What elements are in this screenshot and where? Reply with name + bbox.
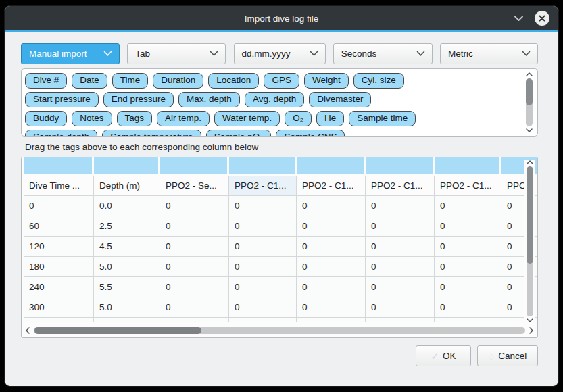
scrollbar-thumb[interactable]	[527, 166, 533, 264]
tag-buddy[interactable]: Buddy	[25, 111, 67, 126]
combo-value: Metric	[448, 49, 473, 59]
duration-format-select[interactable]: Seconds	[333, 43, 433, 64]
scrollbar-track[interactable]	[526, 78, 533, 126]
column-header-1[interactable]: Depth (m)	[94, 176, 160, 196]
table-cell: 0	[366, 237, 435, 257]
drop-target-cell[interactable]	[24, 157, 94, 176]
table-cell	[24, 318, 94, 322]
table-cell: 0	[229, 257, 297, 277]
table-cell: 0	[160, 237, 229, 257]
table-cell: 0	[229, 297, 297, 318]
column-header-3[interactable]: PPO2 - C1...	[229, 176, 297, 196]
tag-avg-depth[interactable]: Avg. depth	[245, 92, 304, 107]
tag-drag-area: Dive #DateTimeDurationLocationGPSWeightC…	[21, 68, 538, 137]
tag-o[interactable]: O₂	[285, 111, 312, 126]
dialog-content: Manual importTabdd.mm.yyyySecondsMetric …	[5, 32, 558, 386]
table-cell: 0	[435, 237, 501, 257]
drop-target-row	[22, 157, 537, 176]
cancel-button[interactable]: ◌Cancel	[477, 345, 538, 366]
tag-end-pressure[interactable]: End pressure	[103, 92, 174, 107]
tag-sample-temperature[interactable]: Sample temperature	[102, 130, 201, 137]
tag-date[interactable]: Date	[72, 73, 107, 89]
tag-location[interactable]: Location	[208, 73, 259, 89]
column-header-6[interactable]: PPO2 - C1...	[435, 176, 501, 196]
table-cell: 5.0	[94, 257, 160, 277]
table-cell: 0	[435, 196, 501, 216]
column-header-4[interactable]: PPO2 - C1...	[297, 176, 366, 196]
tag-he[interactable]: He	[316, 111, 344, 126]
column-header-0[interactable]: Dive Time ...	[24, 176, 94, 196]
tag-max-depth[interactable]: Max. depth	[178, 92, 240, 107]
drop-target-cell[interactable]	[435, 157, 501, 176]
scrollbar-track[interactable]	[527, 166, 533, 316]
drop-target-cell[interactable]	[160, 157, 229, 176]
tag-weight[interactable]: Weight	[304, 73, 349, 89]
tag-start-pressure[interactable]: Start pressure	[25, 92, 99, 107]
tag-air-temp[interactable]: Air temp.	[157, 111, 210, 126]
cancel-icon: ◌	[489, 351, 494, 362]
tag-time[interactable]: Time	[112, 73, 149, 89]
scrollbar-thumb[interactable]	[34, 327, 201, 334]
table-cell: 0	[297, 196, 366, 216]
tag-water-temp[interactable]: Water temp.	[214, 111, 280, 126]
tag-row: Sample depthSample temperatureSample pO₂…	[25, 130, 517, 137]
table-cell	[229, 318, 297, 322]
tag-cyl-size[interactable]: Cyl. size	[353, 73, 404, 89]
tag-notes[interactable]: Notes	[72, 111, 112, 126]
table-cell: 0	[435, 257, 501, 277]
tag-area-scrollbar[interactable]	[523, 72, 535, 133]
tag-row: BuddyNotesTagsAir temp.Water temp.O₂HeSa…	[25, 111, 517, 126]
tag-gps[interactable]: GPS	[264, 73, 299, 89]
ok-button[interactable]: ✓OK	[416, 345, 471, 366]
field-separator-select[interactable]: Tab	[127, 43, 226, 64]
drop-target-cell[interactable]	[366, 157, 435, 176]
date-format-select[interactable]: dd.mm.yyyy	[234, 43, 326, 64]
tag-duration[interactable]: Duration	[153, 73, 203, 89]
titlebar[interactable]: Import dive log file	[5, 6, 558, 30]
combo-value: Manual import	[29, 49, 87, 59]
table-row: 3005.0000000	[22, 297, 537, 318]
units-select[interactable]: Metric	[440, 43, 538, 64]
instruction-label: Drag the tags above to each correspondin…	[25, 142, 538, 152]
table-cell: 240	[24, 277, 94, 297]
column-header-5[interactable]: PPO2 - C1...	[366, 176, 435, 196]
table-cell: 60	[24, 216, 94, 237]
table-cell: 0	[297, 216, 366, 237]
tag-sample-po[interactable]: Sample pO₂	[206, 130, 272, 137]
table-cell	[94, 318, 160, 322]
column-header-2[interactable]: PPO2 - Se...	[160, 176, 229, 196]
tag-sample-depth[interactable]: Sample depth	[25, 130, 97, 137]
tag-sample-cns[interactable]: Sample CNS	[276, 130, 345, 137]
scroll-right-icon	[529, 326, 534, 335]
drop-target-cell[interactable]	[229, 157, 297, 176]
table-horizontal-scrollbar[interactable]	[25, 326, 534, 335]
table-cell: 300	[24, 297, 94, 318]
chevron-down-icon	[416, 51, 425, 57]
shade-button[interactable]	[512, 12, 524, 24]
table-cell: 4.5	[94, 237, 160, 257]
combo-value: Seconds	[341, 49, 377, 59]
tag-divemaster[interactable]: Divemaster	[309, 92, 371, 107]
table-vertical-scrollbar[interactable]	[524, 160, 535, 323]
scrollbar-thumb[interactable]	[526, 78, 533, 105]
table-cell	[366, 318, 435, 322]
scroll-left-icon	[25, 326, 30, 335]
scroll-up-icon	[525, 72, 533, 77]
drop-target-cell[interactable]	[297, 157, 366, 176]
scroll-down-icon	[525, 128, 533, 133]
import-type-select[interactable]: Manual import	[21, 43, 120, 64]
tag-row: Start pressureEnd pressureMax. depthAvg.…	[25, 92, 517, 107]
tag-sample-time[interactable]: Sample time	[349, 111, 416, 126]
table-cell: 0	[366, 216, 435, 237]
table-cell: 0	[229, 277, 297, 297]
close-button[interactable]	[535, 11, 549, 26]
chevron-down-icon	[514, 15, 524, 22]
table-cell: 120	[24, 237, 94, 257]
tag-dive[interactable]: Dive #	[25, 73, 67, 89]
tag-tags[interactable]: Tags	[117, 111, 153, 126]
table-cell: 0	[435, 297, 501, 318]
scrollbar-track[interactable]	[34, 327, 525, 334]
table-row: 602.5000000	[22, 216, 537, 237]
drop-target-cell[interactable]	[94, 157, 160, 176]
table-cell: 0	[229, 237, 297, 257]
